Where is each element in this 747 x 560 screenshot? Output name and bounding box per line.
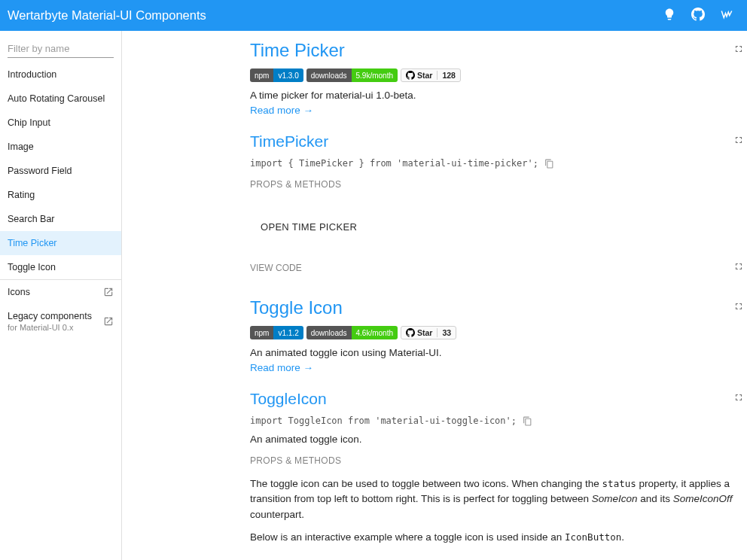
import-code: import { TimePicker } from 'material-ui-… xyxy=(250,158,747,169)
section-title[interactable]: Time Picker xyxy=(250,40,345,61)
read-more-link[interactable]: Read more → xyxy=(250,105,313,116)
copy-icon[interactable] xyxy=(523,416,532,426)
sidebar-item-time-picker[interactable]: Time Picker xyxy=(0,231,121,255)
wertarbyte-icon[interactable] xyxy=(720,8,733,23)
app-title: Wertarbyte Material-UI Components xyxy=(8,8,206,23)
fullscreen-icon[interactable] xyxy=(733,301,747,315)
component-subtitle[interactable]: ToggleIcon xyxy=(250,390,327,408)
npm-badge[interactable]: npmv1.3.0 xyxy=(250,68,303,82)
main-content: Time Picker npmv1.3.0 downloads5.9k/mont… xyxy=(122,31,747,560)
filter-input[interactable] xyxy=(8,40,114,58)
downloads-badge[interactable]: downloads4.6k/month xyxy=(306,326,398,339)
read-more-link[interactable]: Read more → xyxy=(250,362,313,373)
props-heading[interactable]: PROPS & METHODS xyxy=(250,455,747,466)
sidebar-item-chip-input[interactable]: Chip Input xyxy=(0,111,121,135)
copy-icon[interactable] xyxy=(544,159,554,169)
sidebar-item-rating[interactable]: Rating xyxy=(0,183,121,207)
sidebar: Introduction Auto Rotating Carousel Chip… xyxy=(0,31,122,560)
external-link-icon xyxy=(103,316,114,327)
import-code: import ToggleIcon from 'material-ui-togg… xyxy=(250,415,747,426)
body-text: The toggle icon can be used to toggle be… xyxy=(250,476,747,522)
fullscreen-icon[interactable] xyxy=(733,261,747,275)
fullscreen-icon[interactable] xyxy=(733,44,747,57)
app-bar: Wertarbyte Material-UI Components xyxy=(0,0,747,31)
view-code-toggle[interactable]: VIEW CODE xyxy=(250,261,747,275)
github-star-button[interactable]: Star 33 xyxy=(401,326,456,339)
body-text: Below is an interactive example where a … xyxy=(250,530,747,545)
sidebar-item-icons[interactable]: Icons xyxy=(0,280,121,304)
section-title[interactable]: Toggle Icon xyxy=(250,297,343,318)
sidebar-item-introduction[interactable]: Introduction xyxy=(0,62,121,87)
sidebar-item-search-bar[interactable]: Search Bar xyxy=(0,207,121,231)
github-star-button[interactable]: Star 128 xyxy=(401,68,461,82)
section-toggle-icon: Toggle Icon npmv1.1.2 downloads4.6k/mont… xyxy=(250,297,747,560)
sidebar-item-carousel[interactable]: Auto Rotating Carousel xyxy=(0,87,121,111)
npm-badge[interactable]: npmv1.1.2 xyxy=(250,326,303,339)
component-subtitle[interactable]: TimePicker xyxy=(250,132,328,151)
fullscreen-icon[interactable] xyxy=(733,135,747,148)
external-link-icon xyxy=(103,287,114,297)
sidebar-item-toggle-icon[interactable]: Toggle Icon xyxy=(0,255,121,279)
props-heading[interactable]: PROPS & METHODS xyxy=(250,179,747,190)
github-icon xyxy=(406,328,415,337)
github-icon xyxy=(406,71,415,80)
github-icon[interactable] xyxy=(691,8,705,23)
sub-description: An animated toggle icon. xyxy=(250,434,747,445)
downloads-badge[interactable]: downloads5.9k/month xyxy=(306,68,398,82)
fullscreen-icon[interactable] xyxy=(733,392,747,406)
section-time-picker: Time Picker npmv1.3.0 downloads5.9k/mont… xyxy=(250,40,747,275)
sidebar-item-image[interactable]: Image xyxy=(0,135,121,159)
sidebar-item-legacy[interactable]: Legacy components for Material-UI 0.x xyxy=(0,304,121,339)
description: An animated toggle icon using Material-U… xyxy=(250,347,747,358)
sidebar-item-password[interactable]: Password Field xyxy=(0,159,121,183)
description: A time picker for material-ui 1.0-beta. xyxy=(250,90,747,101)
header-icons xyxy=(663,8,739,23)
lightbulb-icon[interactable] xyxy=(663,8,676,23)
open-time-picker-button[interactable]: OPEN TIME PICKER xyxy=(250,214,367,240)
